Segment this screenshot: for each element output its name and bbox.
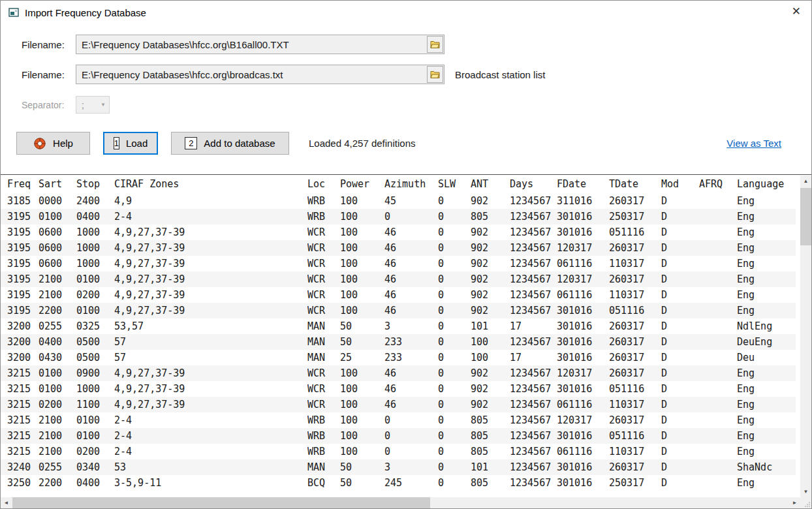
cell: Eng (737, 397, 796, 412)
cell: 0400 (76, 475, 114, 491)
browse-button-2[interactable] (427, 66, 443, 83)
cell: 46 (384, 271, 438, 287)
load-button[interactable]: 1 Load (103, 132, 158, 155)
help-button-label: Help (53, 138, 73, 149)
cell: D (661, 412, 699, 428)
cell: 0 (438, 303, 471, 318)
cell: 1000 (76, 240, 114, 256)
cell: Eng (737, 444, 796, 459)
table-row[interactable]: 3215010010004,9,27,37-39WCR1004609021234… (1, 381, 796, 397)
cell: 0 (384, 428, 438, 444)
cell: 50 (340, 318, 384, 334)
add-to-database-button[interactable]: 2 Add to database (171, 132, 289, 155)
cell: 50 (340, 475, 384, 491)
cell: WCR (307, 381, 340, 397)
scroll-left-icon[interactable]: ◄ (1, 497, 12, 508)
cell: 2100 (39, 412, 76, 428)
separator-label: Separator: (22, 100, 76, 110)
table-row[interactable]: 3195060010004,9,27,37-39WCR1004609021234… (1, 256, 796, 271)
column-header: AFRQ (699, 175, 737, 193)
scroll-up-icon[interactable]: ▲ (800, 176, 811, 187)
table-row[interactable]: 3195060010004,9,27,37-39WCR1004609021234… (1, 240, 796, 256)
table-row[interactable]: 3215020011004,9,27,37-39WCR1004609021234… (1, 397, 796, 412)
horizontal-scrollbar[interactable]: ◄ ► (1, 497, 800, 508)
cell: 0500 (76, 350, 114, 365)
cell: 3195 (1, 256, 39, 271)
table-row[interactable]: 3250220004003-5,9-11BCQ50245080512345673… (1, 475, 796, 491)
cell: 1234567 (510, 334, 557, 350)
cell: 120317 (557, 365, 609, 381)
cell (699, 193, 737, 209)
browse-button-1[interactable] (427, 36, 443, 53)
cell: ShaNdc (737, 459, 796, 475)
vertical-scrollbar[interactable]: ▲ ▼ (800, 176, 811, 497)
cell: 3200 (1, 334, 39, 350)
cell: 2400 (76, 193, 114, 209)
filename-label-2: Filename: (22, 69, 76, 80)
cell: 1234567 (510, 381, 557, 397)
cell (699, 334, 737, 350)
cell (699, 240, 737, 256)
table-row[interactable]: 3195210001004,9,27,37-39WCR1004609021234… (1, 271, 796, 287)
table-row[interactable]: 3195220001004,9,27,37-39WCR1004609021234… (1, 303, 796, 318)
table-row[interactable]: 3195060010004,9,27,37-39WCR1004609021234… (1, 224, 796, 240)
table-row[interactable]: 3195010004002-4WRB1000080512345673010162… (1, 209, 796, 224)
horizontal-scroll-thumb[interactable] (12, 497, 430, 508)
cell: 2100 (39, 271, 76, 287)
table-row[interactable]: 3185000024004,9WRB1004509021234567311016… (1, 193, 796, 209)
table-row[interactable]: 3195210002004,9,27,37-39WCR1004609021234… (1, 287, 796, 303)
cell: 100 (340, 428, 384, 444)
cell: 2100 (39, 444, 76, 459)
cell: 3195 (1, 240, 39, 256)
cell: 805 (471, 209, 510, 224)
filename-input-2[interactable] (76, 65, 444, 84)
column-header: FDate (557, 175, 609, 193)
cell: Eng (737, 303, 796, 318)
load-button-label: Load (126, 138, 148, 149)
scroll-right-icon[interactable]: ► (789, 497, 800, 508)
table-row[interactable]: 3215010009004,9,27,37-39WCR1004609021234… (1, 365, 796, 381)
table-row[interactable]: 32000255032553,57MAN50301011730101626031… (1, 318, 796, 334)
help-button[interactable]: Help (16, 132, 90, 155)
cell: 0325 (76, 318, 114, 334)
cell: D (661, 240, 699, 256)
table-row[interactable]: 3215210002002-4WRB1000080512345670611161… (1, 444, 796, 459)
filename-input-1[interactable] (76, 35, 444, 54)
table-row[interactable]: 32000430050057MAN25233010017301016260317… (1, 350, 796, 365)
cell: 100 (340, 271, 384, 287)
separator-combobox: ; ▼ (76, 96, 110, 114)
close-icon[interactable]: ✕ (792, 6, 801, 17)
view-as-text-link[interactable]: View as Text (726, 138, 781, 149)
cell: 0255 (39, 318, 76, 334)
table-row[interactable]: 3215210001002-4WRB1000080512345671203172… (1, 412, 796, 428)
toolbar: Help 1 Load 2 Add to database Loaded 4,2… (16, 132, 781, 155)
cell: 1234567 (510, 397, 557, 412)
cell: 46 (384, 256, 438, 271)
cell: 1234567 (510, 412, 557, 428)
cell: 0 (438, 365, 471, 381)
cell (699, 428, 737, 444)
cell: 061116 (557, 397, 609, 412)
scroll-down-icon[interactable]: ▼ (800, 486, 811, 497)
vertical-scroll-thumb[interactable] (800, 188, 811, 245)
table-row[interactable]: 32400255034053MAN50301011234567301016260… (1, 459, 796, 475)
cell: 0200 (76, 287, 114, 303)
cell: 301016 (557, 224, 609, 240)
cell: 100 (340, 412, 384, 428)
cell: 4,9,27,37-39 (114, 287, 307, 303)
table-row[interactable]: 32000400050057MAN50233010012345673010162… (1, 334, 796, 350)
cell: D (661, 334, 699, 350)
cell: 0 (438, 350, 471, 365)
cell: 2100 (39, 428, 76, 444)
cell: 101 (471, 459, 510, 475)
cell: 0000 (39, 193, 76, 209)
cell: 100 (340, 256, 384, 271)
cell: 100 (340, 287, 384, 303)
cell: WCR (307, 256, 340, 271)
cell: 100 (340, 397, 384, 412)
table-row[interactable]: 3215210001002-4WRB1000080512345673010160… (1, 428, 796, 444)
cell: 0100 (39, 209, 76, 224)
cell: MAN (307, 459, 340, 475)
cell: 3195 (1, 224, 39, 240)
cell: 0500 (76, 334, 114, 350)
